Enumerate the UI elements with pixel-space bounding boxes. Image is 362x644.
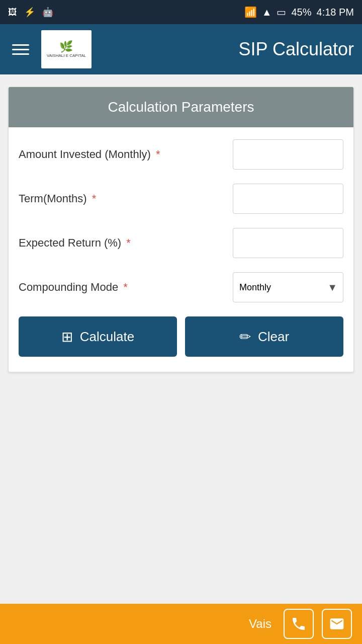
signal-icon: 📶 [244, 6, 257, 18]
card-header: Calculation Parameters [9, 87, 353, 127]
expected-return-label: Expected Return (%) * [19, 236, 233, 250]
phone-button[interactable] [284, 609, 314, 639]
phone-icon [291, 616, 307, 632]
android-icon: 🤖 [42, 7, 53, 18]
compounding-mode-label: Compounding Mode * [19, 281, 233, 294]
logo-leaf-icon: 🌿 [47, 40, 86, 53]
card-body: Amount Invested (Monthly) * Term(Months)… [9, 127, 353, 372]
footer: Vais [0, 604, 362, 644]
term-months-row: Term(Months) * [19, 184, 343, 214]
hamburger-menu-button[interactable] [8, 40, 33, 59]
clear-button[interactable]: ✏ Clear [185, 316, 343, 357]
calculator-icon: ⊞ [61, 329, 73, 345]
status-right-info: 📶 ▲ ▭ 45% 4:18 PM [244, 6, 354, 18]
image-icon: 🖼 [8, 7, 17, 18]
app-title: SIP Calculator [239, 39, 354, 60]
calculator-card: Calculation Parameters Amount Invested (… [8, 87, 354, 372]
hamburger-line-3 [12, 53, 29, 55]
battery-level: 45% [291, 7, 311, 18]
sim-icon: ▭ [277, 6, 286, 18]
eraser-icon: ✏ [239, 329, 251, 345]
action-buttons: ⊞ Calculate ✏ Clear [19, 316, 343, 357]
amount-required-star: * [153, 148, 160, 160]
amount-invested-label: Amount Invested (Monthly) * [19, 148, 233, 161]
app-header: 🌿 VAISHALI E CAPITAL SIP Calculator [0, 24, 362, 74]
clock: 4:18 PM [317, 7, 354, 18]
calculate-label: Calculate [80, 329, 134, 345]
expected-return-row: Expected Return (%) * [19, 228, 343, 258]
hamburger-line-2 [12, 49, 29, 50]
email-button[interactable] [322, 609, 352, 639]
term-months-input[interactable] [233, 184, 343, 214]
usb-icon: ⚡ [24, 7, 35, 18]
clear-label: Clear [258, 329, 289, 345]
wifi-icon: ▲ [262, 7, 272, 18]
logo: 🌿 VAISHALI E CAPITAL [47, 40, 86, 58]
email-icon [329, 616, 345, 632]
amount-invested-row: Amount Invested (Monthly) * [19, 139, 343, 170]
compounding-required-star: * [120, 281, 128, 293]
main-content: Calculation Parameters Amount Invested (… [0, 74, 362, 604]
term-months-label: Term(Months) * [19, 192, 233, 205]
compounding-mode-select[interactable]: Monthly Quarterly Half-Yearly Yearly [233, 272, 343, 302]
amount-invested-input[interactable] [233, 139, 343, 170]
expected-return-input[interactable] [233, 228, 343, 258]
status-bar: 🖼 ⚡ 🤖 📶 ▲ ▭ 45% 4:18 PM [0, 0, 362, 24]
card-title: Calculation Parameters [19, 99, 343, 115]
calculate-button[interactable]: ⊞ Calculate [19, 316, 177, 357]
term-required-star: * [89, 192, 97, 205]
compounding-mode-row: Compounding Mode * Monthly Quarterly Hal… [19, 272, 343, 302]
hamburger-line-1 [12, 44, 29, 46]
status-left-icons: 🖼 ⚡ 🤖 [8, 7, 53, 18]
logo-text: VAISHALI E CAPITAL [47, 53, 86, 58]
footer-text: Vais [249, 617, 272, 631]
logo-box: 🌿 VAISHALI E CAPITAL [41, 30, 92, 68]
compounding-select-wrapper: Monthly Quarterly Half-Yearly Yearly ▼ [233, 272, 343, 302]
return-required-star: * [123, 236, 131, 249]
